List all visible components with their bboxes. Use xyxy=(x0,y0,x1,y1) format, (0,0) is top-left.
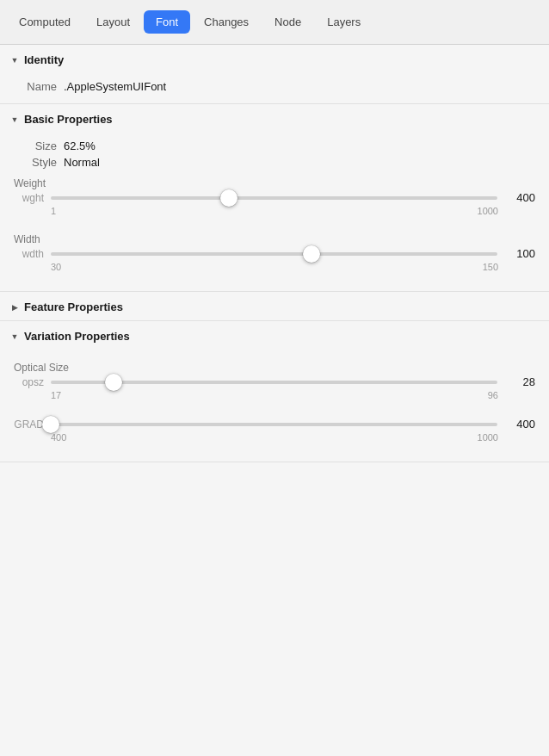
tab-computed[interactable]: Computed xyxy=(7,10,83,34)
grad-slider-row: GRAD 400 xyxy=(14,418,535,431)
opsz-slider-thumb[interactable] xyxy=(105,374,122,391)
width-slider-group: Width wdth 100 30 150 xyxy=(0,226,549,282)
size-label: Size xyxy=(14,139,57,152)
identity-section: Identity Name .AppleSystemUIFont xyxy=(0,45,549,104)
weight-slider-name: wght xyxy=(14,192,44,204)
width-range-row: 30 150 xyxy=(14,262,535,272)
width-slider-row: wdth 100 xyxy=(14,247,535,260)
identity-name-row: Name .AppleSystemUIFont xyxy=(0,78,549,95)
width-slider-value: 100 xyxy=(504,247,535,260)
size-value: 62.5% xyxy=(64,139,96,152)
opsz-slider-row: opsz 28 xyxy=(14,375,535,388)
grad-max: 1000 xyxy=(478,432,498,443)
basic-properties-body: Size 62.5% Style Normal Weight wght 400 xyxy=(0,133,549,291)
grad-min: 400 xyxy=(51,432,66,443)
weight-axis-label: Weight xyxy=(14,177,535,189)
identity-header[interactable]: Identity xyxy=(0,45,549,73)
weight-slider-row: wght 400 xyxy=(14,191,535,204)
opsz-slider-track[interactable] xyxy=(51,381,497,384)
feature-properties-title: Feature Properties xyxy=(24,301,123,313)
opsz-range-row: 17 96 xyxy=(14,390,535,400)
opsz-slider-name: opsz xyxy=(14,376,44,388)
variation-properties-section: Variation Properties Optical Size opsz 2… xyxy=(0,321,549,462)
size-row: Size 62.5% xyxy=(0,138,549,154)
opsz-max: 96 xyxy=(488,390,498,400)
tab-node[interactable]: Node xyxy=(262,10,313,34)
feature-properties-header[interactable]: Feature Properties xyxy=(0,292,549,320)
weight-max: 1000 xyxy=(478,206,498,216)
tab-bar: Computed Layout Font Changes Node Layers xyxy=(0,0,549,45)
width-slider-track[interactable] xyxy=(51,252,497,256)
tab-layers[interactable]: Layers xyxy=(315,10,373,34)
width-axis-label: Width xyxy=(14,233,535,245)
weight-slider-group: Weight wght 400 1 1000 xyxy=(0,170,549,226)
weight-slider-thumb[interactable] xyxy=(220,189,237,207)
tab-layout[interactable]: Layout xyxy=(84,10,142,34)
style-row: Style Normal xyxy=(0,154,549,170)
feature-properties-section: Feature Properties xyxy=(0,292,549,321)
grad-range-row: 400 1000 xyxy=(14,432,535,443)
style-value: Normal xyxy=(64,156,100,169)
identity-title: Identity xyxy=(24,53,64,66)
content-area: Identity Name .AppleSystemUIFont Basic P… xyxy=(0,45,549,462)
grad-slider-group: GRAD 400 400 1000 xyxy=(0,411,549,453)
grad-slider-name: GRAD xyxy=(14,418,44,431)
grad-slider-value: 400 xyxy=(504,418,535,431)
variation-properties-header[interactable]: Variation Properties xyxy=(0,321,549,350)
width-min: 30 xyxy=(51,262,61,272)
basic-properties-chevron xyxy=(10,115,19,124)
variation-properties-body: Optical Size opsz 28 17 96 GRAD xyxy=(0,350,549,462)
identity-name-value: .AppleSystemUIFont xyxy=(64,80,166,93)
identity-body: Name .AppleSystemUIFont xyxy=(0,73,549,103)
tab-font[interactable]: Font xyxy=(144,10,190,34)
tab-changes[interactable]: Changes xyxy=(192,10,261,34)
weight-range-row: 1 1000 xyxy=(14,206,535,216)
opsz-axis-label: Optical Size xyxy=(14,362,535,374)
opsz-slider-value: 28 xyxy=(504,375,535,388)
variation-properties-chevron xyxy=(10,332,19,341)
opsz-min: 17 xyxy=(51,390,61,400)
basic-properties-section: Basic Properties Size 62.5% Style Normal… xyxy=(0,104,549,292)
width-slider-name: wdth xyxy=(14,248,44,260)
basic-properties-header[interactable]: Basic Properties xyxy=(0,104,549,133)
variation-properties-title: Variation Properties xyxy=(24,330,130,343)
width-slider-thumb[interactable] xyxy=(303,245,320,263)
grad-slider-track[interactable] xyxy=(51,423,497,426)
basic-properties-title: Basic Properties xyxy=(24,113,113,126)
weight-min: 1 xyxy=(51,206,56,216)
weight-slider-value: 400 xyxy=(504,191,535,204)
width-max: 150 xyxy=(483,262,498,272)
identity-chevron xyxy=(10,56,19,65)
feature-properties-chevron xyxy=(10,303,19,312)
opsz-slider-group: Optical Size opsz 28 17 96 xyxy=(0,355,549,411)
style-label: Style xyxy=(14,156,57,169)
identity-name-label: Name xyxy=(14,80,57,93)
weight-slider-track[interactable] xyxy=(51,196,497,200)
grad-slider-thumb[interactable] xyxy=(42,416,59,433)
